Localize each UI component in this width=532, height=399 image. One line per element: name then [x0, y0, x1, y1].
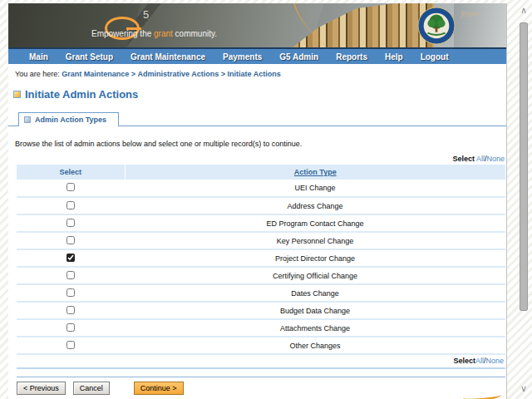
action-type-cell: Other Changes — [125, 337, 505, 354]
page-content: You are here: Grant Maintenance > Admini… — [8, 64, 506, 399]
browser-page: 5 Empowering the grant community. ∫f(x)d… — [8, 3, 507, 399]
department-of-education-seal — [417, 7, 456, 45]
tagline: Empowering the grant community. — [91, 29, 217, 38]
select-all-link[interactable]: All — [476, 155, 485, 163]
cancel-button[interactable]: Cancel — [73, 382, 110, 395]
action-type-cell: Budget Data Change — [125, 302, 505, 319]
action-type-cell: Project Director Change — [125, 249, 505, 267]
nav-item-logout[interactable]: Logout — [421, 52, 449, 62]
table-header-row: Select Action Type — [17, 165, 505, 180]
nav-item-reports[interactable]: Reports — [336, 52, 367, 62]
table-row: Attachments Change — [17, 319, 505, 337]
table-row: Project Director Change — [17, 249, 505, 267]
admin-actions-table: Select Action Type UEI ChangeAddress Cha… — [17, 165, 505, 369]
select-checkbox[interactable] — [66, 341, 75, 349]
main-nav: MainGrant SetupGrant MaintenancePayments… — [8, 47, 506, 64]
select-checkbox[interactable] — [66, 288, 75, 297]
action-type-cell: Dates Change — [125, 284, 505, 302]
select-checkbox[interactable] — [66, 201, 75, 209]
select-all-none-top: Select All/None — [8, 155, 505, 163]
breadcrumb-separator: > — [221, 70, 225, 78]
select-checkbox[interactable] — [66, 254, 75, 262]
table-footer-row: SelectAll/None — [17, 354, 505, 368]
select-checkbox[interactable] — [66, 219, 75, 227]
nav-item-main[interactable]: Main — [29, 52, 48, 62]
table-row: UEI Change — [17, 180, 505, 197]
app-banner: 5 Empowering the grant community. ∫f(x)d… — [8, 3, 506, 47]
action-type-sort-link[interactable]: Action Type — [294, 168, 337, 176]
select-checkbox[interactable] — [66, 306, 75, 314]
select-label: Select — [453, 357, 475, 365]
footer-divider — [17, 377, 505, 377]
scroll-down-icon[interactable]: ∨ — [518, 384, 530, 393]
breadcrumb-prefix: You are here: — [15, 70, 60, 78]
select-checkbox[interactable] — [66, 271, 75, 279]
table-row: ED Program Contact Change — [17, 214, 505, 232]
chalkboard-image: ∫f(x)dx — [454, 3, 506, 47]
previous-button[interactable]: < Previous — [17, 382, 66, 395]
breadcrumb-link-grant-maintenance[interactable]: Grant Maintenance — [62, 70, 129, 78]
action-type-cell: Key Personnel Change — [125, 232, 505, 249]
instruction-text: Browse the list of admin actions below a… — [15, 140, 506, 148]
select-none-link[interactable]: None — [486, 155, 505, 163]
breadcrumb-link-initiate-actions[interactable]: Initiate Actions — [228, 70, 281, 78]
table-row: Budget Data Change — [17, 302, 505, 319]
action-type-cell: UEI Change — [125, 180, 505, 197]
scrollbar-thumb[interactable] — [520, 22, 528, 311]
nav-item-help[interactable]: Help — [385, 52, 403, 62]
breadcrumb-separator: > — [131, 70, 135, 78]
nav-item-g5-admin[interactable]: G5 Admin — [279, 52, 318, 62]
nav-item-grant-maintenance[interactable]: Grant Maintenance — [131, 52, 205, 62]
button-row: < Previous Cancel Continue > — [17, 382, 506, 395]
breadcrumb-link-administrative-actions[interactable]: Administrative Actions — [138, 70, 219, 78]
select-checkbox[interactable] — [66, 323, 75, 332]
column-header-select: Select — [17, 165, 125, 180]
table-row: Address Change — [17, 197, 505, 214]
action-type-cell: Attachments Change — [125, 319, 505, 337]
action-type-cell: Certifying Official Change — [125, 267, 505, 284]
select-checkbox[interactable] — [66, 183, 75, 191]
tab-strip: Admin Action Types — [8, 111, 506, 126]
action-type-cell: Address Change — [125, 197, 505, 214]
column-header-action-type: Action Type — [125, 165, 505, 180]
nav-item-grant-setup[interactable]: Grant Setup — [66, 52, 113, 62]
page-title-icon — [13, 91, 21, 98]
table-row: Dates Change — [17, 284, 505, 302]
table-row: Certifying Official Change — [17, 267, 505, 284]
scroll-up-icon[interactable]: ∧ — [518, 6, 530, 15]
tab-icon — [24, 116, 31, 123]
select-none-link-bottom[interactable]: None — [485, 357, 504, 365]
continue-button[interactable]: Continue > — [134, 382, 184, 395]
select-checkbox[interactable] — [66, 236, 75, 244]
table-row: Key Personnel Change — [17, 232, 505, 249]
breadcrumb: You are here: Grant Maintenance > Admini… — [15, 70, 506, 78]
g5-logo-5: 5 — [143, 8, 150, 21]
nav-item-payments[interactable]: Payments — [223, 52, 262, 62]
tab-admin-action-types[interactable]: Admin Action Types — [18, 112, 119, 126]
action-type-cell: ED Program Contact Change — [125, 214, 505, 232]
select-all-link-bottom[interactable]: All — [475, 357, 484, 365]
page-title: Initiate Admin Actions — [13, 88, 506, 101]
vertical-scrollbar: ∧ ∨ — [517, 0, 530, 399]
select-label: Select — [452, 155, 475, 163]
table-row: Other Changes — [17, 337, 505, 354]
select-all-none-bottom: SelectAll/None — [17, 354, 505, 368]
